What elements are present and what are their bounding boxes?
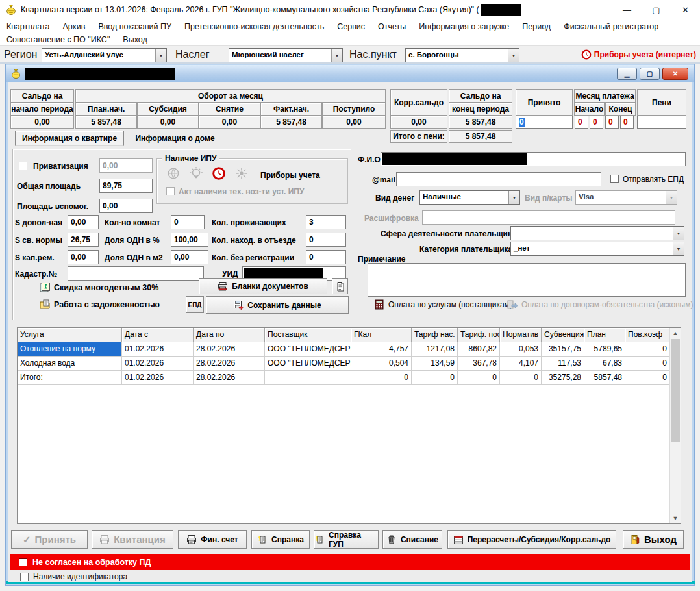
grid-cell[interactable]: 134,59 — [412, 357, 458, 371]
month-end-2-input[interactable]: 0 — [620, 116, 634, 129]
grid-cell[interactable]: 4,757 — [351, 342, 412, 357]
grid-cell[interactable]: ООО "ТЕПЛОМЕДСЕРВИ — [265, 357, 351, 371]
menu-load-info[interactable]: Информация о загрузке — [412, 21, 516, 32]
menu-claims[interactable]: Претензионно-исковая деятельность — [178, 21, 331, 32]
grid-cell[interactable]: 28.02.2026 — [194, 342, 265, 357]
reference-button[interactable]: Справка — [251, 530, 310, 549]
grid-cell[interactable]: 5789,65 — [584, 342, 625, 357]
epd-button[interactable]: ЕПД — [186, 296, 204, 313]
grid-cell[interactable]: 35157,75 — [542, 342, 584, 357]
exit-button[interactable]: Выход — [623, 530, 684, 549]
grid-column-header[interactable]: Поставщик — [265, 328, 351, 342]
grid-cell[interactable]: Отопление на норму — [18, 342, 122, 357]
minimize-button[interactable]: — — [612, 0, 642, 19]
grid-cell[interactable]: 8607,82 — [458, 342, 500, 357]
grid-cell[interactable]: 0 — [625, 357, 670, 371]
close-button[interactable]: ✕ — [671, 0, 700, 19]
meters-internet-link[interactable]: Приборы учета (интернет) — [581, 49, 696, 60]
grid-cell[interactable]: 1217,08 — [412, 342, 458, 357]
table-row[interactable]: Итого:01.02.202628.02.2026000035275,2858… — [18, 371, 681, 385]
grid-cell[interactable]: 01.02.2026 — [122, 357, 194, 371]
chevron-down-icon[interactable]: ▼ — [508, 49, 519, 62]
document-button[interactable] — [332, 278, 348, 294]
menu-iks-compare[interactable]: Сопоставление с ПО "ИКС" — [0, 34, 116, 45]
grid-cell[interactable]: 0,504 — [351, 357, 412, 371]
grid-cell[interactable]: ООО "ТЕПЛОМЕДСЕРВИ — [265, 342, 351, 357]
chevron-down-icon[interactable]: ▼ — [673, 242, 684, 255]
grid-cell[interactable]: 0 — [625, 371, 670, 385]
child-close-button[interactable]: ✕ — [662, 68, 688, 80]
grid-cell[interactable]: 35275,28 — [542, 371, 584, 385]
scrollbar-thumb[interactable] — [671, 339, 680, 442]
grid-column-header[interactable]: Пов.коэф — [625, 328, 670, 342]
grid-column-header[interactable]: План — [584, 328, 625, 342]
reference-gup-button[interactable]: Справка ГУП — [314, 530, 379, 549]
region-select[interactable]: Усть-Алданский улус▼ — [42, 48, 167, 62]
grid-cell[interactable]: 117,53 — [542, 357, 584, 371]
menu-meter-readings[interactable]: Ввод показаний ПУ — [92, 21, 178, 32]
total-area-input[interactable]: 89,75 — [99, 179, 153, 193]
odn-pct-input[interactable]: 100,00 — [171, 233, 208, 247]
grid-cell[interactable]: 5857,48 — [584, 371, 625, 385]
table-row[interactable]: Отопление на норму01.02.202628.02.2026ОО… — [18, 342, 681, 357]
nasleg-select[interactable]: Мюрюнский наслег▼ — [229, 48, 343, 62]
chevron-down-icon[interactable]: ▼ — [508, 191, 519, 204]
menu-fiscal-registrar[interactable]: Фискальный регистратор — [557, 21, 665, 32]
grid-cell[interactable]: 28.02.2026 — [194, 371, 265, 385]
menu-archive[interactable]: Архив — [56, 21, 92, 32]
grid-cell[interactable]: 28.02.2026 — [194, 357, 265, 371]
pay-by-services-button[interactable]: Оплата по услугам (поставщикам) — [374, 299, 512, 310]
grid-cell[interactable]: 4,107 — [500, 357, 542, 371]
note-textarea[interactable] — [368, 263, 686, 297]
s-norm-input[interactable]: 26,75 — [68, 233, 99, 247]
send-epd-checkbox[interactable] — [610, 175, 619, 183]
save-data-button[interactable]: Сохранить данные — [206, 296, 349, 314]
maximize-button[interactable]: ▢ — [642, 0, 671, 19]
aux-area-input[interactable]: 0,00 — [99, 199, 153, 213]
grid-vertical-scrollbar[interactable]: ▲ ▼ — [669, 328, 681, 523]
month-end-1-input[interactable]: 0 — [605, 116, 619, 129]
grid-cell[interactable]: 01.02.2026 — [122, 342, 194, 357]
naspunkt-select[interactable]: с. Борогонцы▼ — [405, 48, 519, 62]
decode-input[interactable] — [422, 210, 675, 225]
rooms-input[interactable]: 0 — [171, 215, 205, 229]
fio-input[interactable] — [381, 152, 686, 166]
consent-checkbox[interactable] — [19, 558, 27, 566]
s-kap-input[interactable]: 0,00 — [68, 250, 99, 264]
grid-cell[interactable]: 0 — [458, 371, 500, 385]
residents-input[interactable]: 3 — [306, 215, 346, 229]
grid-cell[interactable]: Итого: — [18, 371, 122, 385]
child-minimize-button[interactable]: ▁ — [617, 68, 637, 80]
fin-account-button[interactable]: Фин. счет — [178, 530, 247, 549]
grid-column-header[interactable]: ГКал — [351, 328, 412, 342]
scroll-up-icon[interactable]: ▲ — [670, 328, 681, 338]
chevron-down-icon[interactable]: ▼ — [155, 49, 166, 62]
menu-period[interactable]: Период — [516, 21, 557, 32]
chevron-down-icon[interactable]: ▼ — [331, 49, 342, 62]
scroll-down-icon[interactable]: ▼ — [670, 513, 681, 523]
grid-cell[interactable] — [265, 371, 351, 385]
document-blanks-button[interactable]: Бланки документов — [199, 278, 327, 294]
writeoff-button[interactable]: Списание — [382, 530, 442, 549]
money-type-select[interactable]: Наличные▼ — [419, 190, 520, 205]
privatization-input[interactable]: 0,00 — [99, 158, 153, 173]
month-start-2-input[interactable]: 0 — [590, 116, 603, 129]
grid-cell[interactable]: 01.02.2026 — [122, 371, 194, 385]
grid-cell[interactable]: 0 — [625, 342, 670, 357]
grid-column-header[interactable]: Дата с — [122, 328, 194, 342]
month-start-1-input[interactable]: 0 — [575, 116, 588, 129]
grid-column-header[interactable]: Тариф нас. — [412, 328, 458, 342]
prinyato-input[interactable]: 0 — [516, 116, 573, 129]
menu-kvartplata[interactable]: Квартплата — [0, 21, 56, 32]
table-row[interactable]: Холодная вода01.02.202628.02.2026ООО "ТЕ… — [18, 357, 681, 371]
debt-work-button[interactable]: Работа с задолженностью — [40, 299, 160, 310]
menu-exit[interactable]: Выход — [116, 34, 153, 45]
kadastr-input[interactable] — [68, 266, 204, 281]
s-dop-input[interactable]: 0,00 — [68, 215, 99, 229]
peni-input[interactable] — [637, 116, 686, 129]
email-input[interactable] — [396, 172, 601, 186]
grid-cell[interactable]: 367,78 — [458, 357, 500, 371]
ipu-act-checkbox[interactable] — [166, 187, 175, 195]
grid-column-header[interactable]: Тариф. пост — [458, 328, 500, 342]
grid-column-header[interactable]: Субвенция — [542, 328, 584, 342]
